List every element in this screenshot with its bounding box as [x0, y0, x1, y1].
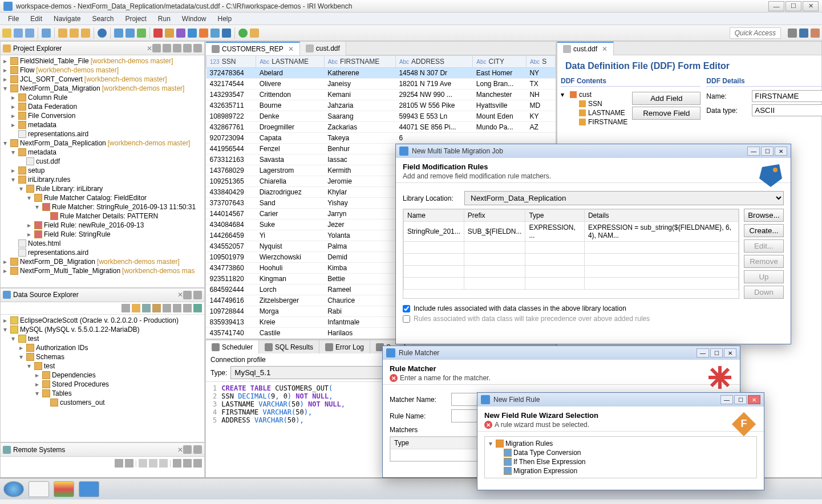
- max-icon[interactable]: [193, 44, 202, 52]
- col-header[interactable]: 123SSN: [206, 56, 256, 68]
- project-explorer-close[interactable]: ✕: [147, 44, 152, 52]
- rs-up-icon[interactable]: [159, 459, 168, 468]
- collapse-icon[interactable]: [152, 44, 161, 52]
- menu-project[interactable]: Project: [119, 15, 152, 23]
- dse-tb4-icon[interactable]: [152, 304, 161, 312]
- save-icon[interactable]: [14, 29, 23, 38]
- tree-node[interactable]: ▸Column Rule: [2, 93, 203, 102]
- tool-icon[interactable]: [42, 29, 51, 38]
- compass-icon[interactable]: [210, 29, 220, 38]
- menu-file[interactable]: File: [2, 15, 25, 23]
- bottom-tab-scheduler[interactable]: Scheduler: [206, 340, 259, 353]
- save-all-icon[interactable]: [25, 29, 34, 38]
- rm-min-button[interactable]: —: [697, 348, 709, 357]
- col-header[interactable]: AbcLASTNAME: [256, 56, 325, 68]
- chrome-task-icon[interactable]: [54, 481, 74, 497]
- dlg-close-button[interactable]: ✕: [775, 147, 787, 156]
- tree-node[interactable]: ▸Flow [workbench-demos master]: [2, 66, 203, 75]
- menu-edit[interactable]: Edit: [25, 15, 48, 23]
- tree-node[interactable]: ▸JCL_SORT_Convert [workbench-demos maste…: [2, 75, 203, 84]
- fr-max-button[interactable]: ☐: [734, 395, 747, 404]
- ddf-tab-close[interactable]: ✕: [602, 45, 608, 53]
- minimize-button[interactable]: —: [768, 1, 784, 11]
- table-row[interactable]: 143293547CrittendonKemani29254 NW 990 ..…: [206, 90, 556, 100]
- tree-node[interactable]: ▾metadata: [2, 148, 203, 157]
- table-row[interactable]: 372478364AbelardKatherene14548 N 307 DrE…: [206, 68, 556, 79]
- fr-tree-root[interactable]: ▾Migration Rules: [487, 439, 754, 448]
- rs-fwd-icon[interactable]: [149, 459, 157, 468]
- menu-navigate[interactable]: Navigate: [48, 15, 86, 23]
- rs-max-icon[interactable]: [193, 445, 202, 454]
- tree-node[interactable]: ▸File Conversion: [2, 111, 203, 120]
- ddf-type-input[interactable]: [752, 104, 822, 116]
- mig-btn-remove[interactable]: Remove: [744, 255, 784, 268]
- folder2-icon[interactable]: [70, 29, 79, 38]
- menu-search[interactable]: Search: [86, 15, 119, 23]
- tree-node[interactable]: customers_out: [2, 398, 203, 407]
- dse-max-icon[interactable]: [193, 291, 202, 299]
- tree-node[interactable]: representations.aird: [2, 129, 203, 139]
- globe-icon[interactable]: [98, 29, 107, 38]
- rs-menu-icon[interactable]: [193, 459, 202, 468]
- rule-row[interactable]: StringRule_201...SUB_${FIELDN...EXPRESSI…: [404, 222, 739, 242]
- tree-node[interactable]: ▸Field Rule: newRule_2016-09-13: [2, 221, 203, 230]
- run-icon[interactable]: [238, 29, 248, 38]
- folder3-icon[interactable]: [81, 29, 90, 38]
- tree-node[interactable]: ▾Rule Matcher Catalog: FieldEditor: [2, 193, 203, 202]
- workbench-task-icon[interactable]: [79, 481, 99, 497]
- green-icon[interactable]: [137, 29, 146, 38]
- tree-node[interactable]: representations.aird: [2, 248, 203, 257]
- orange-icon[interactable]: [165, 29, 174, 38]
- mig-col-header[interactable]: Name: [404, 210, 464, 222]
- tree-node[interactable]: ▸NextForm_DB_Migration [workbench-demos …: [2, 257, 203, 266]
- tree-node[interactable]: ▸FieldShield_Table_File [workbench-demos…: [2, 56, 203, 66]
- tree-node[interactable]: ▾MySQL (MySQL v. 5.5.0.1.22-MariaDB): [2, 325, 203, 334]
- perspective2-icon[interactable]: [799, 29, 808, 38]
- bottom-tab-sql-results[interactable]: SQL Results: [259, 340, 319, 353]
- tab-customers-rep[interactable]: CUSTOMERS_REP ✕: [206, 42, 300, 55]
- ddf-name-input[interactable]: [752, 90, 822, 102]
- fr-min-button[interactable]: —: [720, 395, 733, 404]
- start-button[interactable]: [3, 481, 24, 497]
- chk-precedence[interactable]: [403, 315, 410, 323]
- red-icon[interactable]: [153, 29, 163, 38]
- dse-tb7-icon[interactable]: [183, 304, 192, 312]
- tree-node[interactable]: ▾Schemas: [2, 352, 203, 361]
- mig-col-header[interactable]: Details: [584, 210, 738, 222]
- tree-node[interactable]: ▾NextForm_Data_Replication [workbench-de…: [2, 139, 203, 148]
- table-row[interactable]: 432174544OlivereJaneisy18201 N 719 AveLo…: [206, 79, 556, 90]
- tree-node[interactable]: ▸Authorization IDs: [2, 343, 203, 352]
- fr-tree-item[interactable]: If Then Else Expression: [487, 457, 754, 466]
- perspective-icon[interactable]: [788, 29, 797, 38]
- folder-icon[interactable]: [58, 29, 67, 38]
- orange2-icon[interactable]: [199, 29, 208, 38]
- col-header[interactable]: AbcS: [526, 56, 555, 68]
- table-row[interactable]: 920723094CapataTakeya6: [206, 133, 556, 144]
- tree-node[interactable]: ▸EclipseOracleScott (Oracle v. 0.2.0.2.0…: [2, 316, 203, 325]
- mig-col-header[interactable]: Type: [525, 210, 584, 222]
- tree-node[interactable]: ▾NextForm_Data_Migration [workbench-demo…: [2, 84, 203, 93]
- tab-ddf[interactable]: cust.ddf ✕: [557, 42, 614, 55]
- tab-cust-ddf[interactable]: cust.ddf: [300, 42, 346, 55]
- fr-tree-item[interactable]: Data Type Conversion: [487, 448, 754, 457]
- link-icon[interactable]: [163, 44, 171, 52]
- mig-btn-create[interactable]: Create...: [744, 224, 784, 237]
- rs-min-icon[interactable]: [183, 445, 192, 454]
- gear-icon[interactable]: [222, 29, 231, 38]
- tree-node[interactable]: Rule Matcher Details: PATTERN: [2, 212, 203, 221]
- purple-icon[interactable]: [176, 29, 185, 38]
- rm-close-button[interactable]: ✕: [724, 348, 736, 357]
- mig-btn-up[interactable]: Up: [744, 270, 784, 283]
- tree-node[interactable]: ▾test: [2, 334, 203, 343]
- ddf-field-node[interactable]: SSN: [561, 99, 627, 108]
- tree-node[interactable]: ▸metadata: [2, 120, 203, 129]
- col-header[interactable]: AbcADDRESS: [395, 56, 472, 68]
- blue-icon[interactable]: [188, 29, 197, 38]
- tree-node[interactable]: ▸Data Federation: [2, 102, 203, 111]
- dse-tb8-icon[interactable]: [193, 304, 202, 312]
- dse-tb6-icon[interactable]: [173, 304, 181, 312]
- rs-back-icon[interactable]: [139, 459, 147, 468]
- rs-tb1-icon[interactable]: [115, 459, 123, 468]
- ddf-field-node[interactable]: FIRSTNAME: [561, 117, 627, 127]
- db-icon[interactable]: [114, 29, 123, 38]
